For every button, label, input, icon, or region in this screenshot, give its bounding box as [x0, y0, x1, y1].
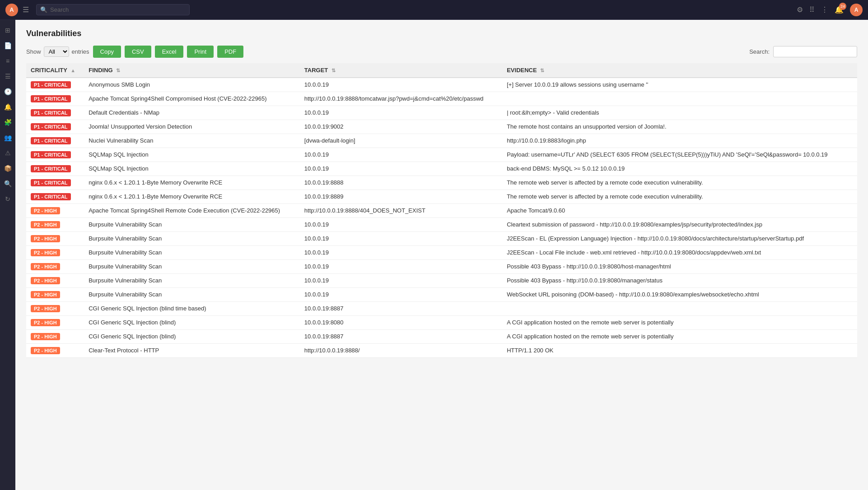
cell-finding: Joomla! Unsupported Version Detection — [84, 120, 300, 134]
severity-badge: P2 - HIGH — [31, 235, 60, 242]
severity-badge: P2 - HIGH — [31, 249, 60, 256]
severity-badge: P1 - CRITICAL — [31, 81, 71, 88]
notification-button[interactable]: 🔔 24 — [835, 5, 844, 14]
cell-severity: P1 - CRITICAL — [26, 176, 84, 190]
cell-evidence: The remote web server is affected by a r… — [502, 190, 857, 204]
cell-finding: Burpsuite Vulnerability Scan — [84, 232, 300, 246]
cell-finding: Apache Tomcat Spring4Shell Remote Code E… — [84, 204, 300, 218]
cell-target: http://10.0.0.19:8888/404_DOES_NOT_EXIST — [300, 204, 502, 218]
nav-list2-icon[interactable]: ☰ — [2, 70, 14, 82]
cell-target: 10.0.0.19 — [300, 148, 502, 162]
entries-select[interactable]: All 10 25 50 100 — [44, 46, 69, 57]
cell-evidence — [502, 92, 857, 106]
table-search: Search: — [749, 46, 857, 57]
nav-bell-icon[interactable]: 🔔 — [2, 101, 14, 113]
table-row: P2 - HIGHCGI Generic SQL Injection (blin… — [26, 316, 857, 330]
table-row: P1 - CRITICALnginx 0.6.x < 1.20.1 1-Byte… — [26, 176, 857, 190]
severity-badge: P2 - HIGH — [31, 333, 60, 340]
nav-search-icon[interactable]: 🔍 — [2, 178, 14, 190]
table-search-input[interactable] — [773, 46, 857, 57]
cell-evidence: A CGI application hosted on the remote w… — [502, 330, 857, 344]
cell-severity: P1 - CRITICAL — [26, 148, 84, 162]
gear-icon[interactable]: ⚙ — [797, 5, 803, 14]
severity-badge: P2 - HIGH — [31, 291, 60, 298]
cell-target: 10.0.0.19:9002 — [300, 120, 502, 134]
print-button[interactable]: Print — [187, 46, 214, 58]
table-wrapper: CRITICALITY ▲ FINDING ⇅ TARGET ⇅ EVIDENC… — [26, 63, 857, 358]
cell-severity: P2 - HIGH — [26, 344, 84, 358]
cell-evidence: The remote web server is affected by a r… — [502, 176, 857, 190]
nav-refresh-icon[interactable]: ↻ — [2, 193, 14, 205]
main-content: Vulnerabilities Show All 10 25 50 100 en… — [15, 20, 868, 490]
table-row: P1 - CRITICALJoomla! Unsupported Version… — [26, 120, 857, 134]
severity-badge: P1 - CRITICAL — [31, 193, 71, 200]
cell-target: 10.0.0.19 — [300, 288, 502, 302]
table-row: P2 - HIGHCGI Generic SQL Injection (blin… — [26, 330, 857, 344]
nav-users-icon[interactable]: 👥 — [2, 132, 14, 143]
cell-evidence — [502, 302, 857, 316]
col-finding[interactable]: FINDING ⇅ — [84, 63, 300, 78]
cell-severity: P2 - HIGH — [26, 246, 84, 260]
topbar: A ☰ 🔍 ⚙ ⠿ ⋮ 🔔 24 A — [0, 0, 868, 20]
pdf-button[interactable]: PDF — [217, 46, 243, 58]
cell-evidence: J2EEScan - EL (Expression Language) Inje… — [502, 232, 857, 246]
nav-grid-icon[interactable]: ⊞ — [2, 24, 14, 36]
table-row: P2 - HIGHBurpsuite Vulnerability Scan10.… — [26, 246, 857, 260]
nav-box-icon[interactable]: 📦 — [2, 162, 14, 174]
cell-severity: P1 - CRITICAL — [26, 120, 84, 134]
severity-badge: P2 - HIGH — [31, 221, 60, 228]
page-title: Vulnerabilities — [26, 29, 857, 38]
dots-icon[interactable]: ⋮ — [821, 5, 828, 14]
table-row: P2 - HIGHApache Tomcat Spring4Shell Remo… — [26, 204, 857, 218]
search-input[interactable] — [50, 6, 186, 13]
cell-evidence: | root:&lh;empty> - Valid credentials — [502, 106, 857, 120]
severity-badge: P1 - CRITICAL — [31, 109, 71, 116]
col-target[interactable]: TARGET ⇅ — [300, 63, 502, 78]
table-row: P1 - CRITICALAnonymous SMB Login10.0.0.1… — [26, 78, 857, 92]
cell-target: 10.0.0.19 — [300, 218, 502, 232]
cell-finding: Default Credentials - NMap — [84, 106, 300, 120]
cell-finding: Burpsuite Vulnerability Scan — [84, 274, 300, 288]
nav-clock-icon[interactable]: 🕐 — [2, 86, 14, 97]
cell-evidence: back-end DBMS: MySQL >= 5.0.12 10.0.0.19 — [502, 162, 857, 176]
cell-evidence: http://10.0.0.19:8883/login.php — [502, 134, 857, 148]
cell-finding: Apache Tomcat Spring4Shell Compromised H… — [84, 92, 300, 106]
cell-evidence: Apache Tomcat/9.0.60 — [502, 204, 857, 218]
entries-label: entries — [72, 48, 89, 55]
grid-icon[interactable]: ⠿ — [809, 5, 815, 14]
cell-target: 10.0.0.19 — [300, 246, 502, 260]
cell-target: 10.0.0.19:8887 — [300, 330, 502, 344]
cell-target: 10.0.0.19 — [300, 232, 502, 246]
cell-finding: Clear-Text Protocol - HTTP — [84, 344, 300, 358]
menu-icon[interactable]: ☰ — [23, 5, 29, 14]
avatar[interactable]: A — [850, 4, 863, 16]
cell-severity: P2 - HIGH — [26, 302, 84, 316]
nav-file-icon[interactable]: 📄 — [2, 40, 14, 51]
cell-target: http://10.0.0.19:8888/ — [300, 344, 502, 358]
nav-list-icon[interactable]: ≡ — [2, 55, 14, 67]
show-label: Show — [26, 48, 41, 55]
cell-target: 10.0.0.19:8887 — [300, 302, 502, 316]
cell-finding: CGI Generic SQL Injection (blind time ba… — [84, 302, 300, 316]
cell-severity: P2 - HIGH — [26, 232, 84, 246]
severity-badge: P2 - HIGH — [31, 347, 60, 354]
table-row: P1 - CRITICALnginx 0.6.x < 1.20.1 1-Byte… — [26, 190, 857, 204]
col-criticality[interactable]: CRITICALITY ▲ — [26, 63, 84, 78]
cell-finding: Anonymous SMB Login — [84, 78, 300, 92]
excel-button[interactable]: Excel — [155, 46, 184, 58]
cell-severity: P1 - CRITICAL — [26, 78, 84, 92]
table-row: P2 - HIGHBurpsuite Vulnerability Scan10.… — [26, 260, 857, 274]
copy-button[interactable]: Copy — [93, 46, 121, 58]
table-header-row: CRITICALITY ▲ FINDING ⇅ TARGET ⇅ EVIDENC… — [26, 63, 857, 78]
col-evidence[interactable]: EVIDENCE ⇅ — [502, 63, 857, 78]
nav-warning-icon[interactable]: ⚠ — [2, 147, 14, 159]
cell-evidence: Payload: username=UTLr' AND (SELECT 6305… — [502, 148, 857, 162]
severity-badge: P2 - HIGH — [31, 305, 60, 312]
cell-severity: P2 - HIGH — [26, 330, 84, 344]
cell-evidence: The remote host contains an unsupported … — [502, 120, 857, 134]
app-logo: A — [5, 4, 18, 16]
toolbar: Show All 10 25 50 100 entries Copy CSV E… — [26, 46, 857, 58]
csv-button[interactable]: CSV — [125, 46, 151, 58]
table-row: P1 - CRITICALSQLMap SQL Injection10.0.0.… — [26, 162, 857, 176]
nav-puzzle-icon[interactable]: 🧩 — [2, 116, 14, 128]
